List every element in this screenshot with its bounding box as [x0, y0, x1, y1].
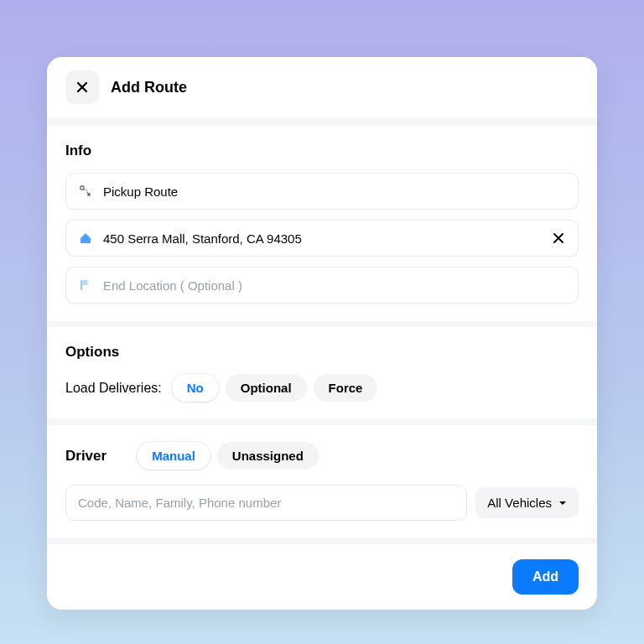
info-section: Info Pickup Route 450 Serra Mall, Stanfo… [47, 126, 597, 320]
dialog-footer: Add [47, 544, 597, 610]
load-deliveries-label: Load Deliveries: [65, 381, 162, 396]
load-deliveries-row: Load Deliveries: No Optional Force [65, 374, 579, 402]
add-button[interactable]: Add [512, 559, 579, 595]
load-deliveries-toggle: No Optional Force [172, 374, 378, 402]
clear-icon [551, 231, 566, 246]
svg-point-1 [87, 193, 91, 196]
driver-heading: Driver [65, 448, 106, 465]
clear-start-button[interactable] [551, 231, 566, 246]
vehicle-filter-select[interactable]: All Vehicles [475, 487, 579, 518]
start-location-value: 450 Serra Mall, Stanford, CA 94305 [103, 231, 541, 246]
route-icon [78, 184, 93, 199]
route-name-field[interactable]: Pickup Route [65, 173, 579, 210]
info-heading: Info [65, 143, 579, 159]
end-location-field[interactable]: End Location ( Optional ) [65, 267, 579, 304]
dialog-title: Add Route [111, 79, 187, 96]
end-location-placeholder: End Location ( Optional ) [103, 278, 566, 293]
dialog-header: Add Route [47, 57, 597, 117]
driver-tab-unassigned[interactable]: Unassigned [217, 442, 319, 470]
home-icon [78, 231, 93, 246]
chevron-down-icon [558, 499, 567, 507]
start-location-field[interactable]: 450 Serra Mall, Stanford, CA 94305 [65, 220, 579, 257]
vehicle-filter-label: All Vehicles [487, 496, 552, 510]
driver-search-row: All Vehicles [65, 485, 579, 521]
load-option-force[interactable]: Force [314, 374, 378, 402]
driver-mode-toggle: Manual Unassigned [137, 442, 319, 470]
load-option-no[interactable]: No [172, 374, 219, 402]
load-option-optional[interactable]: Optional [226, 374, 307, 402]
driver-section: Driver Manual Unassigned All Vehicles [47, 425, 597, 538]
route-name-value: Pickup Route [103, 184, 566, 199]
flag-icon [78, 278, 93, 293]
driver-tab-manual[interactable]: Manual [137, 442, 210, 470]
options-section: Options Load Deliveries: No Optional For… [47, 327, 597, 418]
close-icon [75, 80, 90, 95]
driver-header-row: Driver Manual Unassigned [65, 442, 579, 470]
options-heading: Options [65, 344, 579, 361]
close-button[interactable] [65, 70, 99, 104]
driver-search-input[interactable] [65, 485, 467, 521]
add-route-dialog: Add Route Info Pickup Route 450 Serra Ma… [47, 57, 597, 610]
